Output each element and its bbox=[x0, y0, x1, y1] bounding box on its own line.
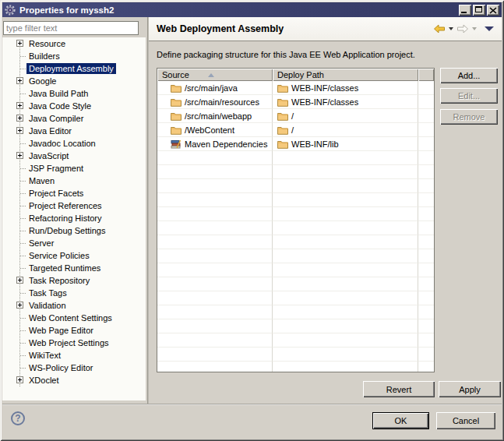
help-button[interactable]: ? bbox=[11, 411, 25, 425]
expand-plus-icon[interactable] bbox=[16, 127, 23, 134]
sidebar-item-project-facets[interactable]: Project Facets bbox=[2, 187, 146, 199]
table-row[interactable]: /src/main/resourcesWEB-INF/classes bbox=[157, 95, 434, 109]
sidebar-item-label[interactable]: Builders bbox=[26, 51, 62, 62]
source-cell[interactable]: /src/main/resources bbox=[157, 95, 273, 109]
sidebar-item-java-compiler[interactable]: Java Compiler bbox=[2, 112, 146, 125]
empty-table-row[interactable] bbox=[157, 179, 434, 193]
deploy-path-cell[interactable]: / bbox=[273, 109, 418, 123]
sidebar-item-google[interactable]: Google bbox=[2, 75, 146, 87]
sidebar-item-label[interactable]: Deployment Assembly bbox=[26, 63, 116, 74]
back-icon[interactable] bbox=[433, 24, 446, 34]
expand-plus-icon[interactable] bbox=[16, 40, 23, 47]
sidebar-item-label[interactable]: Task Tags bbox=[26, 288, 69, 298]
sidebar-item-web-page-editor[interactable]: Web Page Editor bbox=[2, 324, 146, 337]
sidebar-item-service-policies[interactable]: Service Policies bbox=[2, 249, 146, 262]
sidebar-item-maven[interactable]: Maven bbox=[2, 175, 146, 187]
sidebar-item-label[interactable]: Javadoc Location bbox=[26, 138, 98, 149]
sidebar-item-label[interactable]: WS-Policy Editor bbox=[26, 362, 96, 373]
expand-plus-icon[interactable] bbox=[16, 376, 23, 383]
table-row[interactable]: Maven DependenciesWEB-INF/lib bbox=[157, 137, 434, 151]
sidebar-item-java-code-style[interactable]: Java Code Style bbox=[2, 100, 146, 112]
extra-cell[interactable] bbox=[418, 137, 434, 151]
extra-cell[interactable] bbox=[418, 81, 434, 95]
empty-table-row[interactable] bbox=[157, 207, 434, 221]
sidebar-item-label[interactable]: Web Page Editor bbox=[26, 325, 96, 336]
sidebar-item-label[interactable]: Google bbox=[26, 76, 58, 86]
view-menu-icon[interactable] bbox=[485, 26, 494, 31]
sidebar-item-label[interactable]: Web Content Settings bbox=[26, 312, 115, 323]
column-header-extra[interactable] bbox=[418, 69, 434, 81]
empty-table-row[interactable] bbox=[157, 305, 434, 319]
sidebar-item-label[interactable]: Java Build Path bbox=[26, 88, 90, 99]
deploy-path-cell[interactable]: WEB-INF/lib bbox=[273, 137, 418, 151]
column-header-source[interactable]: Source bbox=[157, 69, 273, 81]
sidebar-item-ws-policy-editor[interactable]: WS-Policy Editor bbox=[2, 362, 146, 374]
sidebar-item-label[interactable]: Project References bbox=[26, 200, 104, 211]
cancel-button[interactable]: Cancel bbox=[436, 412, 495, 429]
sidebar-item-label[interactable]: Java Code Style bbox=[26, 101, 93, 111]
empty-table-row[interactable] bbox=[157, 319, 434, 333]
sidebar-item-server[interactable]: Server bbox=[2, 237, 146, 249]
sidebar-item-label[interactable]: Server bbox=[26, 238, 56, 249]
title-bar[interactable]: Properties for myssh2 bbox=[2, 2, 502, 17]
source-cell[interactable]: /WebContent bbox=[157, 123, 273, 137]
expand-plus-icon[interactable] bbox=[16, 115, 23, 122]
maximize-button[interactable] bbox=[473, 5, 485, 16]
empty-table-row[interactable] bbox=[157, 333, 434, 348]
sidebar-item-task-repository[interactable]: Task Repository bbox=[2, 274, 146, 287]
sidebar-item-java-editor[interactable]: Java Editor bbox=[2, 125, 146, 137]
sidebar-item-label[interactable]: Java Compiler bbox=[26, 113, 86, 124]
minimize-button[interactable] bbox=[459, 5, 471, 16]
apply-button[interactable]: Apply bbox=[439, 381, 501, 397]
sidebar-item-targeted-runtimes[interactable]: Targeted Runtimes bbox=[2, 262, 146, 274]
empty-table-row[interactable] bbox=[157, 221, 434, 235]
sidebar-item-javadoc-location[interactable]: Javadoc Location bbox=[2, 137, 146, 150]
sidebar-item-label[interactable]: Targeted Runtimes bbox=[26, 263, 103, 273]
empty-table-row[interactable] bbox=[157, 235, 434, 249]
expand-plus-icon[interactable] bbox=[16, 102, 23, 109]
sidebar-item-project-references[interactable]: Project References bbox=[2, 199, 146, 212]
empty-table-row[interactable] bbox=[157, 263, 434, 277]
filter-input[interactable] bbox=[3, 21, 139, 35]
table-row[interactable]: /src/main/webapp/ bbox=[157, 109, 434, 123]
sidebar-item-resource[interactable]: Resource bbox=[2, 37, 146, 50]
sidebar-item-label[interactable]: Run/Debug Settings bbox=[26, 225, 107, 236]
table-row[interactable]: /WebContent/ bbox=[157, 123, 434, 137]
sidebar-item-xdoclet[interactable]: XDoclet bbox=[2, 374, 146, 386]
deploy-path-cell[interactable]: WEB-INF/classes bbox=[273, 95, 418, 109]
deploy-path-cell[interactable]: WEB-INF/classes bbox=[273, 81, 418, 95]
sidebar-item-label[interactable]: XDoclet bbox=[26, 375, 62, 386]
sidebar-item-wikitext[interactable]: WikiText bbox=[2, 349, 146, 362]
edit-button[interactable]: Edit... bbox=[440, 88, 498, 104]
sidebar-item-jsp-fragment[interactable]: JSP Fragment bbox=[2, 162, 146, 175]
assembly-table[interactable]: Source Deploy Path /src/main/javaWEB-INF… bbox=[157, 68, 435, 372]
sidebar-item-javascript[interactable]: JavaScript bbox=[2, 150, 146, 162]
forward-dropdown-icon[interactable] bbox=[472, 27, 477, 30]
expand-plus-icon[interactable] bbox=[16, 152, 23, 159]
extra-cell[interactable] bbox=[418, 123, 434, 137]
sidebar-item-label[interactable]: WikiText bbox=[26, 350, 63, 361]
sidebar-item-label[interactable]: Task Repository bbox=[26, 275, 92, 286]
source-cell[interactable]: Maven Dependencies bbox=[157, 137, 273, 151]
sidebar-item-web-content-settings[interactable]: Web Content Settings bbox=[2, 312, 146, 324]
sidebar-item-label[interactable]: Refactoring History bbox=[26, 213, 104, 224]
sidebar-item-task-tags[interactable]: Task Tags bbox=[2, 287, 146, 299]
source-cell[interactable]: /src/main/webapp bbox=[157, 109, 273, 123]
empty-table-row[interactable] bbox=[157, 277, 434, 291]
sidebar-item-label[interactable]: Maven bbox=[26, 175, 57, 186]
empty-table-row[interactable] bbox=[157, 291, 434, 305]
revert-button[interactable]: Revert bbox=[363, 381, 435, 397]
expand-plus-icon[interactable] bbox=[16, 77, 23, 84]
sidebar-item-label[interactable]: Project Facets bbox=[26, 188, 86, 199]
ok-button[interactable]: OK bbox=[372, 412, 429, 429]
expand-plus-icon[interactable] bbox=[16, 302, 23, 309]
sidebar-item-refactoring-history[interactable]: Refactoring History bbox=[2, 212, 146, 224]
sidebar-item-web-project-settings[interactable]: Web Project Settings bbox=[2, 337, 146, 349]
add-button[interactable]: Add... bbox=[440, 68, 498, 83]
remove-button[interactable]: Remove bbox=[440, 109, 498, 125]
expand-plus-icon[interactable] bbox=[16, 277, 23, 284]
sidebar-item-run-debug-settings[interactable]: Run/Debug Settings bbox=[2, 224, 146, 237]
properties-tree[interactable]: ResourceBuildersDeployment AssemblyGoogl… bbox=[2, 37, 146, 400]
forward-icon[interactable] bbox=[456, 24, 469, 34]
panel-divider[interactable] bbox=[147, 17, 149, 404]
